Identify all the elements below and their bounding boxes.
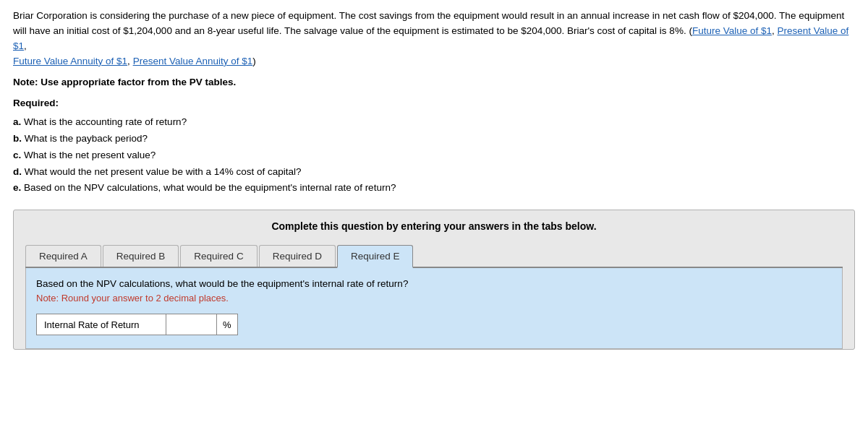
question-a-text: What is the accounting rate of return? bbox=[21, 116, 187, 127]
tabs-row: Required A Required B Required C Require… bbox=[25, 245, 843, 268]
question-e-text: Based on the NPV calculations, what woul… bbox=[21, 182, 396, 193]
tab-required-e[interactable]: Required E bbox=[337, 245, 414, 268]
required-label: Required: bbox=[13, 98, 855, 108]
tab-required-b[interactable]: Required B bbox=[103, 245, 179, 267]
tab-content-question: Based on the NPV calculations, what woul… bbox=[36, 278, 832, 289]
card-title: Complete this question by entering your … bbox=[25, 220, 843, 232]
answer-row: Internal Rate of Return % bbox=[36, 314, 832, 335]
question-b: b. What is the payback period? bbox=[13, 131, 855, 147]
question-d: d. What would the net present value be w… bbox=[13, 164, 855, 181]
question-c-label: c. bbox=[13, 150, 21, 160]
irr-input[interactable] bbox=[166, 314, 217, 335]
question-e: e. Based on the NPV calculations, what w… bbox=[13, 180, 855, 197]
pv-note: Note: Use appropriate factor from the PV… bbox=[13, 77, 855, 87]
question-a-label: a. bbox=[13, 116, 21, 127]
questions-list: a. What is the accounting rate of return… bbox=[13, 114, 855, 197]
question-e-label: e. bbox=[13, 182, 21, 193]
tab-content-area: Based on the NPV calculations, what woul… bbox=[25, 268, 843, 349]
tab-required-c[interactable]: Required C bbox=[180, 245, 257, 267]
question-d-label: d. bbox=[13, 166, 22, 177]
tab-content-note: Note: Round your answer to 2 decimal pla… bbox=[36, 293, 832, 303]
intro-paragraph: Briar Corporation is considering the pur… bbox=[13, 9, 855, 69]
tab-required-a[interactable]: Required A bbox=[25, 245, 101, 267]
question-c-text: What is the net present value? bbox=[21, 150, 156, 160]
question-d-text: What would the net present value be with… bbox=[22, 166, 301, 177]
question-c: c. What is the net present value? bbox=[13, 147, 855, 164]
answer-label: Internal Rate of Return bbox=[36, 314, 166, 335]
tab-required-d[interactable]: Required D bbox=[259, 245, 336, 267]
link-future-value-annuity[interactable]: Future Value Annuity of $1 bbox=[13, 56, 127, 66]
link-future-value-1[interactable]: Future Value of $1 bbox=[692, 25, 772, 36]
question-b-label: b. bbox=[13, 133, 22, 144]
question-a: a. What is the accounting rate of return… bbox=[13, 114, 855, 131]
question-b-text: What is the payback period? bbox=[22, 133, 148, 144]
answer-card: Complete this question by entering your … bbox=[13, 210, 855, 350]
link-present-value-annuity[interactable]: Present Value Annuity of $1 bbox=[133, 56, 253, 66]
answer-unit: % bbox=[217, 314, 238, 335]
